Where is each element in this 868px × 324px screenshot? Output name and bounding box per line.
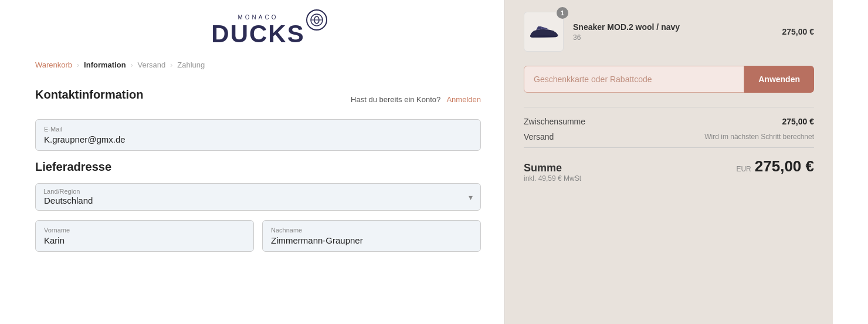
login-prompt-text: Hast du bereits ein Konto? <box>351 95 440 104</box>
logo-area: MONACO DUCKS <box>35 12 481 46</box>
divider-1 <box>524 107 814 107</box>
divider-2 <box>524 147 814 148</box>
country-select-wrapper: Land/Region Deutschland ▾ <box>35 183 481 211</box>
subtotal-row: Zwischensumme 275,00 € <box>524 117 814 126</box>
shipping-value: Wird im nächsten Schritt berechnet <box>704 133 814 141</box>
sep-3: › <box>170 61 172 69</box>
breadcrumb: Warenkorb › Information › Versand › Zahl… <box>35 60 481 69</box>
total-price-group: EUR 275,00 € <box>736 157 814 176</box>
country-select[interactable]: Deutschland <box>35 183 481 211</box>
apply-discount-button[interactable]: Anwenden <box>744 66 814 93</box>
shipping-label: Versand <box>524 132 554 141</box>
shipping-row: Versand Wird im nächsten Schritt berechn… <box>524 132 814 141</box>
product-image-wrap: 1 <box>524 12 564 52</box>
subtotal-value: 275,00 € <box>782 117 815 126</box>
right-panel: 1 Sneaker MOD.2 wool / navy 36 275,00 € … <box>504 0 833 324</box>
ducks-label: DUCKS <box>211 22 304 46</box>
tax-note: inkl. 49,59 € MwSt <box>524 174 581 183</box>
breadcrumb-zahlung: Zahlung <box>177 60 205 69</box>
firstname-input[interactable] <box>44 235 245 245</box>
product-price: 275,00 € <box>782 27 815 36</box>
discount-row: Anwenden <box>524 66 814 93</box>
total-row: Summe inkl. 49,59 € MwSt EUR 275,00 € <box>524 157 814 183</box>
breadcrumb-versand: Versand <box>138 60 166 69</box>
delivery-title: Lieferadresse <box>35 160 481 174</box>
lastname-field-group: Nachname <box>262 220 481 252</box>
product-info: Sneaker MOD.2 wool / navy 36 <box>573 22 773 42</box>
contact-title: Kontaktinformation <box>35 88 143 102</box>
total-label: Summe <box>524 162 581 174</box>
total-currency: EUR <box>736 165 751 173</box>
discount-input[interactable] <box>524 66 744 93</box>
product-name: Sneaker MOD.2 wool / navy <box>573 22 773 32</box>
sneaker-icon <box>528 22 560 42</box>
email-field-group: E-Mail <box>35 119 481 151</box>
sep-2: › <box>131 61 133 69</box>
email-label: E-Mail <box>44 126 472 133</box>
lastname-label: Nachname <box>271 227 472 234</box>
logo-icon <box>306 9 327 31</box>
breadcrumb-warenkorb[interactable]: Warenkorb <box>35 60 72 69</box>
product-badge: 1 <box>557 7 568 19</box>
product-item: 1 Sneaker MOD.2 wool / navy 36 275,00 € <box>524 12 814 52</box>
login-link[interactable]: Anmelden <box>446 95 481 104</box>
login-prompt-row: Hast du bereits ein Konto? Anmelden <box>351 95 481 104</box>
sep-1: › <box>77 61 79 69</box>
logo: MONACO DUCKS <box>211 14 304 46</box>
left-panel: MONACO DUCKS Warenkorb › Information › V… <box>0 0 504 324</box>
email-input[interactable] <box>44 134 472 144</box>
breadcrumb-information: Information <box>84 60 126 69</box>
subtotal-label: Zwischensumme <box>524 117 585 126</box>
total-label-group: Summe inkl. 49,59 € MwSt <box>524 162 581 183</box>
svg-point-3 <box>531 35 557 38</box>
name-row: Vorname Nachname <box>35 220 481 252</box>
firstname-field-group: Vorname <box>35 220 254 252</box>
total-amount: 275,00 € <box>755 157 814 176</box>
contact-row: Kontaktinformation Hast du bereits ein K… <box>35 88 481 111</box>
firstname-label: Vorname <box>44 227 245 234</box>
product-size: 36 <box>573 33 773 42</box>
product-image <box>524 12 564 52</box>
lastname-input[interactable] <box>271 235 472 245</box>
